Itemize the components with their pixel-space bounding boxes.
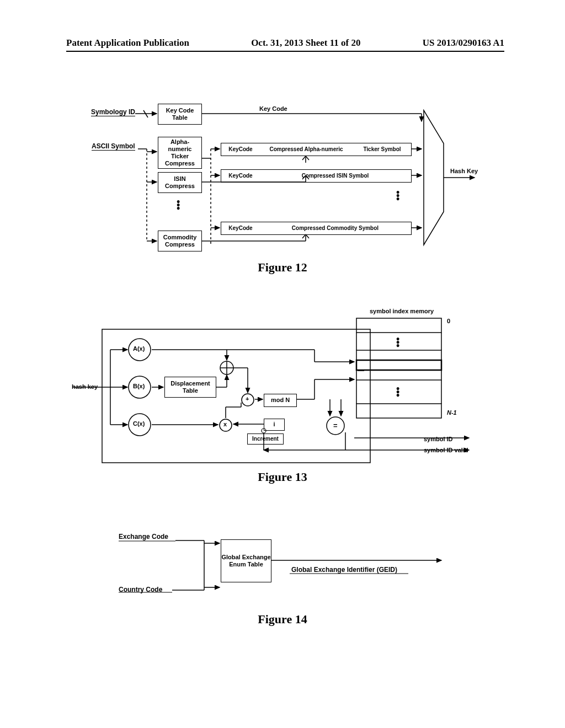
- figure-14-caption: Figure 14: [0, 612, 565, 627]
- svg-line-21: [302, 234, 306, 238]
- figure-12-caption: Figure 12: [0, 260, 565, 275]
- header-right: US 2013/0290163 A1: [423, 38, 504, 49]
- svg-line-17: [302, 175, 306, 179]
- memory-label: symbol index memory: [370, 308, 434, 314]
- figure-13-caption: Figure 13: [0, 470, 565, 484]
- fig14-wires: [116, 529, 458, 601]
- patent-page: Patent Application Publication Oct. 31, …: [0, 0, 565, 728]
- fig13-wires: [72, 329, 480, 464]
- fig12-wires: [88, 102, 486, 256]
- svg-line-22: [306, 234, 309, 238]
- mem-zero: 0: [447, 318, 450, 324]
- page-header: Patent Application Publication Oct. 31, …: [66, 38, 504, 52]
- svg-line-24: [302, 156, 306, 160]
- header-left: Patent Application Publication: [66, 38, 189, 49]
- svg-point-76: [262, 429, 266, 433]
- header-center: Oct. 31, 2013 Sheet 11 of 20: [251, 38, 360, 49]
- svg-line-25: [306, 156, 309, 160]
- svg-line-18: [306, 175, 309, 179]
